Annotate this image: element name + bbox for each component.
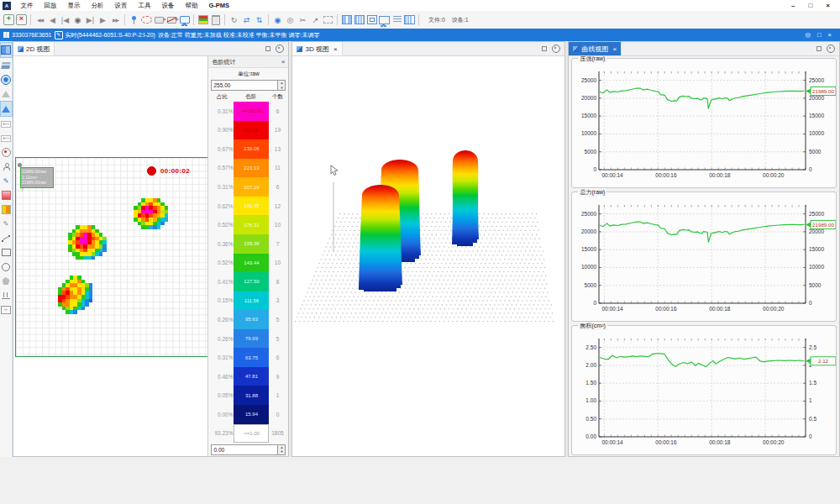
monitor-icon[interactable] <box>178 13 191 27</box>
edit-icon[interactable]: ✎ <box>55 31 63 39</box>
caliper-icon[interactable] <box>1 288 12 302</box>
rect-tool-icon[interactable] <box>1 245 12 260</box>
close-icon[interactable]: × <box>281 58 286 66</box>
status-close-icon[interactable]: × <box>828 31 832 39</box>
step-back-icon[interactable]: ◀ <box>46 13 59 27</box>
camera-icon[interactable] <box>153 13 165 27</box>
close-tab-icon[interactable]: × <box>333 45 338 53</box>
refresh-icon[interactable]: ↻ <box>228 13 240 27</box>
close-file-icon[interactable]: × <box>15 13 28 27</box>
polyline-tool-icon[interactable] <box>1 231 12 245</box>
svg-text:0.00: 0.00 <box>586 433 597 439</box>
menu-设备[interactable]: 设备 <box>156 2 180 10</box>
expand-icon[interactable] <box>265 45 271 52</box>
export-icon[interactable]: ↗ <box>309 13 322 27</box>
expand-icon[interactable] <box>816 45 822 52</box>
max-value-spinner[interactable]: 255.00 ▲▼ <box>211 80 286 91</box>
record-target-icon[interactable] <box>1 145 12 160</box>
maximize-icon[interactable]: □ <box>808 2 812 9</box>
target-on-icon[interactable]: ◉ <box>271 13 284 27</box>
frame-icon[interactable] <box>322 13 334 27</box>
status-restore-icon[interactable]: ◎ <box>806 31 811 39</box>
polygon-tool-icon[interactable] <box>1 274 12 288</box>
settings-icon[interactable] <box>276 45 284 53</box>
menu-设置[interactable]: 设置 <box>109 2 133 10</box>
pressure-map-2d[interactable]: 21989.00raw2.12cm²21989.00raw Y 00:00:02 <box>15 157 213 357</box>
pen-icon[interactable]: ✎ <box>1 174 12 188</box>
expand-icon[interactable] <box>541 45 548 52</box>
legend-rows: 0.31%>=255.0060.90%254.00190.67%239.0613… <box>211 102 286 443</box>
circle-tool-icon[interactable] <box>1 260 12 274</box>
trash-icon[interactable] <box>209 13 222 27</box>
measurement-tooltip[interactable]: 21989.00raw2.12cm²21989.00raw <box>20 167 54 188</box>
menu-工具[interactable]: 工具 <box>133 2 156 10</box>
menu-G-PMS[interactable]: G-PMS <box>203 2 235 10</box>
curve-view-icon <box>573 46 579 52</box>
tab-curve-view[interactable]: 曲线视图 × <box>569 42 622 55</box>
prism-solid-icon[interactable] <box>0 101 13 117</box>
panel-2d: 2D 视图 21989.00raw2.12cm²21989.00raw Y 00… <box>13 41 289 457</box>
pressure-blob-3 <box>58 276 92 314</box>
minimize-icon[interactable]: – <box>791 2 795 9</box>
min-value-spinner[interactable]: 0.00 ▲▼ <box>211 444 286 455</box>
cut-icon[interactable]: ✂ <box>297 13 309 27</box>
svg-text:1: 1 <box>809 397 812 403</box>
layout-columns-icon[interactable] <box>340 13 353 27</box>
legend-percent: 0.67% <box>211 139 234 159</box>
skip-end-icon[interactable]: ▶| <box>84 13 97 27</box>
user-icon[interactable] <box>1 160 12 174</box>
layout-grid-icon[interactable] <box>403 13 416 27</box>
prism-outline-icon[interactable] <box>1 87 12 101</box>
legend-count: 1 <box>269 386 286 405</box>
legend-count: 3 <box>269 291 286 311</box>
menu-帮助[interactable]: 帮助 <box>180 2 203 10</box>
pentagon-tool-icon[interactable] <box>1 72 12 87</box>
svg-text:00:00:20: 00:00:20 <box>764 439 785 445</box>
status-maximize-icon[interactable]: □ <box>817 31 822 39</box>
add-file-icon[interactable]: + <box>3 13 15 27</box>
colorbar-icon[interactable] <box>197 13 209 27</box>
gradient-square-icon[interactable] <box>1 188 12 202</box>
chart-2[interactable]: 00:00:1400:00:1600:00:1800:00:2000500050… <box>574 197 836 318</box>
layout-window-icon[interactable] <box>365 13 378 27</box>
close-icon[interactable]: × <box>826 2 830 9</box>
fast-forward-icon[interactable]: ▶▶ <box>109 13 122 27</box>
view-layout-icon[interactable] <box>0 42 13 58</box>
menu-文件[interactable]: 文件 <box>15 2 39 10</box>
chart-1[interactable]: 00:00:1400:00:1600:00:1800:00:2000500050… <box>574 64 836 185</box>
panel-3d-body[interactable] <box>292 56 564 456</box>
play-icon[interactable]: ▶ <box>97 13 109 27</box>
close-tab-icon[interactable]: × <box>612 45 617 53</box>
camera-off-icon[interactable] <box>165 13 178 27</box>
avg-frames-icon[interactable]: AVG <box>1 117 12 131</box>
color-swatches-icon[interactable] <box>1 202 12 217</box>
layout-list-icon[interactable] <box>391 13 403 27</box>
swap-vertical-icon[interactable]: ⇅ <box>253 13 265 27</box>
toolbar-separator <box>30 14 31 25</box>
menu-显示[interactable]: 显示 <box>62 2 86 10</box>
tab-3d-view[interactable]: 3D 视图 × <box>292 42 342 55</box>
pin-icon[interactable] <box>128 13 140 27</box>
menu-回放[interactable]: 回放 <box>39 2 62 10</box>
layout-monitor-icon[interactable] <box>378 13 391 27</box>
swap-horizontal-icon[interactable]: ⇄ <box>240 13 253 27</box>
layout-grid-columns-icon[interactable] <box>353 13 365 27</box>
rewind-icon[interactable]: ◀◀ <box>34 13 46 27</box>
settings-icon[interactable] <box>827 45 835 53</box>
svg-text:0: 0 <box>809 433 812 439</box>
skip-start-icon[interactable]: |◀ <box>59 13 71 27</box>
tab-2d-view[interactable]: 2D 视图 <box>13 42 55 55</box>
target-off-icon[interactable]: ◎ <box>284 13 297 27</box>
export-data-icon[interactable] <box>1 302 12 317</box>
menu-分析[interactable]: 分析 <box>86 2 109 10</box>
legend-level-cell: 207.19 <box>234 177 269 197</box>
brush-layers-icon[interactable] <box>1 58 12 72</box>
toolbar-separator <box>268 14 269 25</box>
avg-time-icon[interactable]: AVG <box>1 131 12 145</box>
settings-icon[interactable] <box>552 45 560 53</box>
stop-icon[interactable]: ◉ <box>71 13 84 27</box>
toolbar-separator <box>337 14 338 25</box>
chart-3[interactable]: 00:00:1400:00:1600:00:1800:00:200.0000.5… <box>574 331 836 452</box>
roi-ellipse-icon[interactable] <box>140 13 153 27</box>
pencil-icon[interactable]: ✎ <box>1 217 12 231</box>
